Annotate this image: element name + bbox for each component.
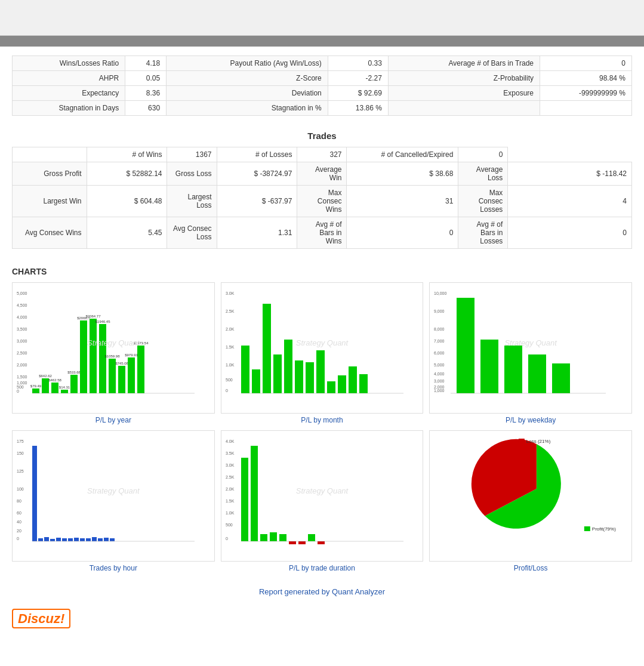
stats-row-1: Wins/Losses Ratio 4.18 Payout Ratio (Avg… <box>13 56 632 71</box>
svg-rect-119 <box>80 538 85 541</box>
svg-rect-153 <box>298 541 306 544</box>
chart-box-year: Strategy Quant 5,000 4,500 4,000 3,500 3… <box>12 282 215 414</box>
chart-label-month: P/L by month <box>221 416 424 424</box>
chart-inner-hour: Strategy Quant 175 150 125 100 80 60 40 … <box>16 434 211 547</box>
svg-text:7,000: 7,000 <box>434 339 445 343</box>
trades-cell: 1367 <box>167 147 217 162</box>
svg-rect-123 <box>104 538 109 541</box>
stat-label: Stagnation in % <box>167 101 328 116</box>
trades-cell: Gross Loss <box>167 162 217 186</box>
svg-text:3.5K: 3.5K <box>226 451 235 455</box>
svg-text:500: 500 <box>226 523 233 527</box>
stats-row-4: Stagnation in Days 630 Stagnation in % 1… <box>13 101 632 116</box>
svg-text:2009: 2009 <box>60 396 69 396</box>
svg-text:Apr: Apr <box>275 396 280 396</box>
svg-text:3.0K: 3.0K <box>226 291 235 295</box>
stat-value: 4.18 <box>125 56 167 71</box>
top-bar <box>0 0 644 36</box>
logo-text: Discuz! <box>12 609 70 628</box>
svg-text:21: 21 <box>140 544 144 544</box>
svg-text:5,000: 5,000 <box>17 291 27 295</box>
svg-text:$533.68: $533.68 <box>67 371 81 374</box>
trades-table: # of Wins 1367 # of Losses 327 # of Canc… <box>12 147 632 249</box>
svg-rect-61 <box>306 362 314 393</box>
stat-label: Expectancy <box>13 86 125 101</box>
trades-cell: 1.31 <box>217 217 297 249</box>
trades-cell: # of Losses <box>217 147 297 162</box>
stat-value: -2.27 <box>328 71 388 86</box>
svg-text:8,000: 8,000 <box>434 327 445 331</box>
svg-rect-62 <box>316 350 325 393</box>
chart-inner-month: Strategy Quant 3.0K 2.5K 2.0K 1.5K 1.0K … <box>224 286 420 399</box>
trades-cell: Max Consec Wins <box>297 186 347 217</box>
svg-rect-56 <box>252 369 260 393</box>
trades-cell: Average Win <box>297 162 347 186</box>
svg-text:$979.91: $979.91 <box>125 353 138 357</box>
trades-cell: 0 <box>458 147 508 162</box>
svg-rect-157 <box>519 439 525 443</box>
svg-text:2.0K: 2.0K <box>226 327 235 331</box>
svg-rect-93 <box>528 354 546 393</box>
svg-text:Mon: Mon <box>462 396 469 396</box>
svg-text:$1946.45: $1946.45 <box>95 320 110 323</box>
svg-rect-23 <box>90 319 97 393</box>
chart-profit-loss: Loss (21%) Profit(79%) Profit/Loss <box>429 430 632 572</box>
svg-rect-151 <box>279 534 286 541</box>
svg-rect-118 <box>74 538 79 541</box>
chart-pl-month: Strategy Quant 3.0K 2.5K 2.0K 1.5K 1.0K … <box>221 282 424 424</box>
svg-text:2016: 2016 <box>127 396 135 396</box>
trades-cell: $ -637.97 <box>217 186 297 217</box>
svg-text:100: 100 <box>17 487 24 491</box>
svg-text:13: 13 <box>97 544 101 544</box>
discuz-logo: Discuz! <box>0 605 644 633</box>
svg-text:2.5K: 2.5K <box>226 309 235 313</box>
footer-text: Report generated by Quant Analyzer <box>259 587 385 596</box>
svg-text:$462.58: $462.58 <box>48 378 61 382</box>
stat-label: Z-Score <box>167 71 328 86</box>
svg-text:1.5K: 1.5K <box>226 499 235 503</box>
svg-text:15: 15 <box>108 544 112 544</box>
svg-text:150: 150 <box>17 451 24 455</box>
chart-inner-duration: Strategy Quant 4.0K 3.5K 3.0K 2.5K 2.0K … <box>224 434 420 547</box>
svg-rect-59 <box>284 340 292 393</box>
svg-text:1.0K: 1.0K <box>226 511 235 515</box>
svg-rect-111 <box>32 446 37 541</box>
svg-text:Jun: Jun <box>296 396 302 396</box>
chart-svg-month: 3.0K 2.5K 2.0K 1.5K 1.0K 500 0 <box>224 286 420 396</box>
chart-label-year: P/L by year <box>12 416 215 424</box>
trades-cell: $ -38724.97 <box>217 162 297 186</box>
chart-label-weekday: P/L by weekday <box>429 416 632 424</box>
stat-label: AHPR <box>13 71 125 86</box>
svg-text:Aug: Aug <box>317 396 323 396</box>
stat-label: Stagnation in Days <box>13 101 125 116</box>
svg-rect-154 <box>308 534 315 541</box>
svg-text:1,000: 1,000 <box>434 388 445 393</box>
svg-rect-147 <box>241 458 248 541</box>
svg-text:9,000: 9,000 <box>434 309 445 313</box>
svg-rect-21 <box>80 320 87 393</box>
svg-rect-11 <box>32 388 39 393</box>
svg-rect-17 <box>61 390 68 393</box>
stats-table: Wins/Losses Ratio 4.18 Payout Ratio (Avg… <box>12 56 632 116</box>
trades-row-2: Gross Profit $ 52882.14 Gross Loss $ -38… <box>13 162 632 186</box>
svg-text:Oct: Oct <box>339 396 345 396</box>
svg-rect-94 <box>552 363 570 393</box>
chart-svg-weekday: 10,000 9,000 8,000 7,000 6,000 5,000 4,0… <box>433 286 628 396</box>
svg-text:10,000: 10,000 <box>434 291 447 295</box>
stats-row-2: AHPR 0.05 Z-Score -2.27 Z-Probability 98… <box>13 71 632 86</box>
svg-text:3,000: 3,000 <box>17 339 27 343</box>
chart-inner-weekday: Strategy Quant 10,000 9,000 8,000 7,000 … <box>433 286 628 399</box>
trades-cell: Avg Consec Wins <box>13 217 87 249</box>
svg-text:$14.31: $14.31 <box>59 386 70 389</box>
svg-rect-116 <box>62 538 67 541</box>
trades-cell: Largest Win <box>13 186 87 217</box>
svg-text:Tue: Tue <box>486 396 493 396</box>
chart-inner-year: Strategy Quant 5,000 4,500 4,000 3,500 3… <box>16 286 211 399</box>
svg-rect-124 <box>110 538 115 541</box>
svg-text:0: 0 <box>226 388 228 393</box>
svg-rect-63 <box>327 381 335 393</box>
trades-cell: 0 <box>347 217 458 249</box>
trades-cell: $ 604.48 <box>87 186 167 217</box>
svg-rect-64 <box>338 375 346 393</box>
trades-cell: Avg Consec Loss <box>167 217 217 249</box>
